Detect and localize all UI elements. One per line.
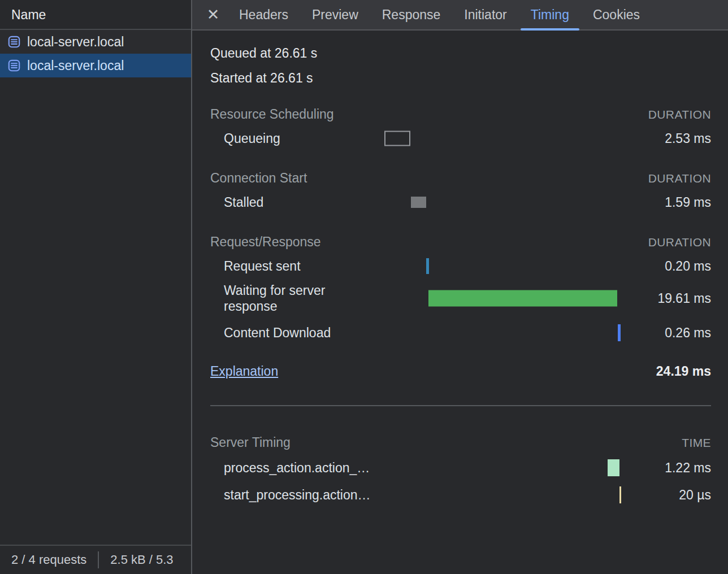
section-title: Resource Scheduling xyxy=(210,106,334,122)
section-title: Server Timing xyxy=(210,434,291,450)
queued-at-text: Queued at 26.61 s xyxy=(210,45,711,61)
timing-label: Waiting for server response xyxy=(210,282,365,314)
timing-bar xyxy=(384,131,410,146)
tab-label: Preview xyxy=(312,7,358,23)
request-row[interactable]: local-server.local xyxy=(0,30,191,54)
timing-row: start_processing.action…20 µs xyxy=(210,482,711,507)
section-title: Request/Response xyxy=(210,234,321,250)
timing-label: Stalled xyxy=(210,194,263,210)
detail-tabbar: ✕ HeadersPreviewResponseInitiatorTimingC… xyxy=(192,0,728,31)
section-header: Request/ResponseDURATION xyxy=(210,234,711,250)
detail-tabs: HeadersPreviewResponseInitiatorTimingCoo… xyxy=(227,0,652,29)
document-icon xyxy=(7,58,21,73)
column-header: DURATION xyxy=(648,171,711,186)
timing-section: Resource SchedulingDURATIONQueueing2.53 … xyxy=(210,106,711,150)
timing-bar xyxy=(428,290,617,307)
request-name: local-server.local xyxy=(27,58,124,73)
section-divider xyxy=(210,405,711,406)
tab-preview[interactable]: Preview xyxy=(300,0,370,29)
timing-row: Stalled1.59 ms xyxy=(210,191,711,214)
timing-row: Queueing2.53 ms xyxy=(210,127,711,150)
tab-label: Initiator xyxy=(464,7,506,23)
timing-row: Waiting for server response19.61 ms xyxy=(210,281,711,316)
request-list: local-server.locallocal-server.local xyxy=(0,30,191,545)
timing-bar xyxy=(618,324,621,341)
timing-row: process_action.action_…1.22 ms xyxy=(210,455,711,480)
timing-sections: Resource SchedulingDURATIONQueueing2.53 … xyxy=(210,106,711,344)
requests-sidebar: Name local-server.locallocal-server.loca… xyxy=(0,0,192,574)
section-header: Resource SchedulingDURATION xyxy=(210,106,711,123)
timing-value: 1.59 ms xyxy=(665,195,711,210)
timing-label: process_action.action_… xyxy=(210,460,365,476)
column-header: DURATION xyxy=(648,234,711,250)
timing-value: 2.53 ms xyxy=(665,131,711,146)
tab-timing[interactable]: Timing xyxy=(519,0,581,29)
timing-label: Queueing xyxy=(210,131,280,146)
timing-section: Connection StartDURATIONStalled1.59 ms xyxy=(210,170,711,214)
tab-label: Timing xyxy=(531,7,569,23)
tab-label: Cookies xyxy=(593,7,640,23)
tab-headers[interactable]: Headers xyxy=(227,0,300,29)
column-header: DURATION xyxy=(648,107,711,123)
section-header: Connection StartDURATION xyxy=(210,170,711,186)
transferred-size: 2.5 kB / 5.3 xyxy=(110,553,173,567)
request-row[interactable]: local-server.local xyxy=(0,54,191,77)
network-summary-bar: 2 / 4 requests 2.5 kB / 5.3 xyxy=(0,545,191,574)
timing-value: 19.61 ms xyxy=(657,291,711,306)
timing-tab-content: Queued at 26.61 s Started at 26.61 s Res… xyxy=(192,31,728,574)
timing-section: Request/ResponseDURATIONRequest sent0.20… xyxy=(210,234,711,344)
tab-label: Response xyxy=(382,7,441,23)
timing-row: Content Download0.26 ms xyxy=(210,321,711,344)
tab-initiator[interactable]: Initiator xyxy=(452,0,518,29)
request-name: local-server.local xyxy=(27,34,124,50)
timing-row: Request sent0.20 ms xyxy=(210,255,711,277)
tab-response[interactable]: Response xyxy=(370,0,453,29)
name-column-header[interactable]: Name xyxy=(0,0,191,30)
timing-label: Content Download xyxy=(210,325,331,341)
timing-value: 0.26 ms xyxy=(665,325,711,341)
timing-bar xyxy=(411,197,426,208)
timing-value: 1.22 ms xyxy=(665,460,711,476)
requests-count: 2 / 4 requests xyxy=(11,553,86,567)
devtools-network-panel: Name local-server.locallocal-server.loca… xyxy=(0,0,728,574)
timing-total-row: Explanation 24.19 ms xyxy=(210,363,711,379)
explanation-link[interactable]: Explanation xyxy=(210,364,278,379)
column-header: TIME xyxy=(682,435,711,451)
total-duration: 24.19 ms xyxy=(656,364,711,379)
section-header: Server TimingTIME xyxy=(210,434,711,451)
document-icon xyxy=(7,34,21,49)
timing-label: Request sent xyxy=(210,258,301,274)
timing-bar xyxy=(426,258,429,274)
timing-section: Server TimingTIMEprocess_action.action_…… xyxy=(210,434,711,507)
request-detail-panel: ✕ HeadersPreviewResponseInitiatorTimingC… xyxy=(192,0,728,574)
timing-value: 20 µs xyxy=(679,488,711,503)
timing-bar xyxy=(619,486,621,503)
tab-label: Headers xyxy=(239,7,288,23)
tab-cookies[interactable]: Cookies xyxy=(581,0,652,29)
timing-label: start_processing.action… xyxy=(210,487,365,503)
section-title: Connection Start xyxy=(210,170,307,186)
server-timing-section: Server TimingTIMEprocess_action.action_…… xyxy=(210,434,711,507)
summary-divider xyxy=(98,551,99,568)
close-icon[interactable]: ✕ xyxy=(199,0,227,29)
timing-bar xyxy=(608,459,619,476)
timing-value: 0.20 ms xyxy=(665,259,711,274)
started-at-text: Started at 26.61 s xyxy=(210,70,711,86)
